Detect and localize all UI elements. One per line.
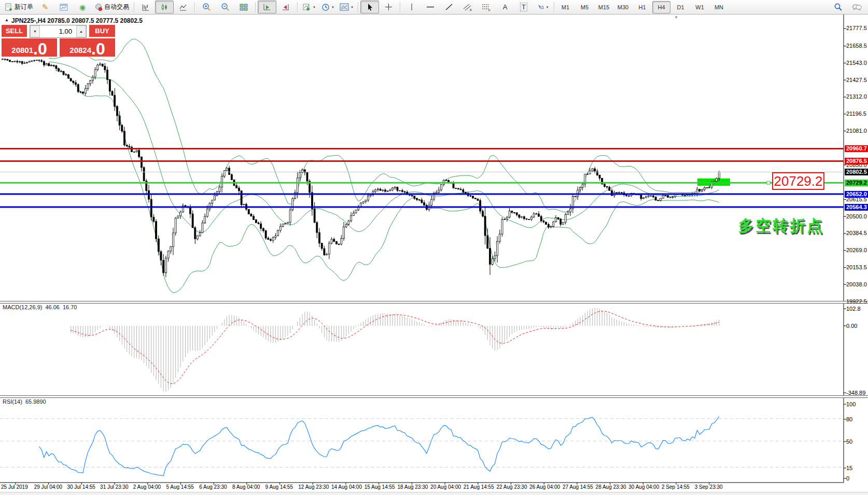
- zoom-out-button[interactable]: [216, 1, 234, 13]
- pane-separator[interactable]: [0, 301, 868, 304]
- timeframe-d1[interactable]: D1: [671, 1, 690, 13]
- signal-button[interactable]: ◉: [73, 1, 92, 13]
- chart-window-button[interactable]: [54, 1, 73, 13]
- toolbar-separator: [255, 2, 256, 12]
- volume-input[interactable]: 1.00: [40, 25, 76, 37]
- price-axis-label: 19922.5: [846, 298, 867, 305]
- text-tool[interactable]: A: [496, 1, 514, 13]
- price-axis-label: 20384.5: [846, 230, 867, 237]
- vertical-line-tool[interactable]: [402, 1, 421, 13]
- label-tool-label: T: [520, 3, 527, 11]
- channel-tool[interactable]: E: [458, 1, 477, 13]
- trendline-icon: [445, 3, 453, 11]
- zoom-out-icon: [221, 3, 230, 11]
- periods-dropdown[interactable]: ▾: [318, 1, 337, 13]
- rsi-axis-label: 100: [846, 401, 856, 408]
- volume-increase-button[interactable]: ▲: [76, 25, 86, 37]
- timeframe-w1[interactable]: W1: [691, 1, 709, 13]
- timeframe-mn[interactable]: MN: [710, 1, 728, 13]
- line-handle[interactable]: [767, 181, 770, 184]
- timeframe-m15[interactable]: M15: [595, 1, 613, 13]
- rsi-value: 65.9890: [25, 398, 46, 405]
- bar-chart-button[interactable]: [136, 1, 155, 13]
- autotrading-button[interactable]: 自动交易: [92, 1, 132, 13]
- timeframe-h1[interactable]: H1: [633, 1, 651, 13]
- date-axis-label: 3 Sep 23:30: [695, 484, 723, 490]
- date-axis-label: 30 Jul 14:55: [67, 484, 95, 490]
- date-axis-label: 5 Aug 14:55: [166, 484, 194, 490]
- crosshair-button[interactable]: [379, 1, 398, 13]
- date-axis-label: 31 Jul 23:30: [100, 484, 129, 490]
- price-axis-label: 21196.5: [846, 111, 866, 117]
- horizontal-line-tool[interactable]: [421, 1, 440, 13]
- tile-windows-button[interactable]: [234, 1, 253, 13]
- buy-button[interactable]: BUY: [89, 25, 115, 38]
- svg-text:E: E: [470, 8, 472, 11]
- chevron-down-icon: ▾: [332, 5, 334, 9]
- candlestick-chart-button[interactable]: [155, 1, 174, 13]
- symbol-ohlc-label: JPN225-,H4 20785.0 20807.5 20777.5 20802…: [11, 17, 143, 24]
- search-button[interactable]: [829, 1, 847, 13]
- indicators-dropdown[interactable]: ▾: [300, 1, 318, 13]
- timeframe-m30[interactable]: M30: [614, 1, 632, 13]
- rsi-series: [39, 417, 719, 476]
- styler-button[interactable]: ✎: [36, 1, 54, 13]
- volume-decrease-button[interactable]: ▼: [30, 25, 40, 37]
- toolbar-separator: [400, 2, 400, 12]
- crosshair-icon: [385, 3, 393, 11]
- pencil-icon: ✎: [42, 3, 49, 12]
- date-axis-label: 12 Aug 23:30: [298, 484, 329, 490]
- sell-price[interactable]: 20801.0: [2, 38, 57, 57]
- chat-button[interactable]: [847, 1, 866, 13]
- rsi-name: RSI(14): [3, 398, 22, 405]
- macd-axis-label: -348.89: [846, 390, 865, 396]
- chart-shift-button[interactable]: [276, 1, 295, 13]
- line-chart-button[interactable]: [174, 1, 192, 13]
- auto-scroll-button[interactable]: [258, 1, 276, 13]
- shapes-dropdown[interactable]: ▾: [533, 1, 552, 13]
- collapse-panel-icon[interactable]: ▲: [5, 18, 9, 22]
- timeframe-h4[interactable]: H4: [652, 1, 670, 13]
- fibonacci-tool[interactable]: F: [477, 1, 496, 13]
- macd-signal-value: 16.70: [63, 304, 77, 310]
- zoom-in-icon: [202, 3, 211, 11]
- auto-scroll-icon: [263, 3, 271, 11]
- date-axis-label: 21 Aug 14:55: [464, 484, 494, 490]
- date-axis-label: 18 Aug 23:30: [397, 484, 428, 490]
- timeframe-group: M1M5M15M30H1H4D1W1MN: [556, 1, 728, 13]
- templates-dropdown[interactable]: ▾: [337, 1, 356, 13]
- vertical-line-icon: [408, 3, 415, 11]
- rsi-axis-label: 80: [846, 416, 852, 423]
- price-axis-label: 21658.5: [846, 43, 867, 49]
- price-callout-label[interactable]: 20729.2: [772, 172, 824, 190]
- chevron-down-icon: ▾: [351, 5, 353, 9]
- timeframe-m5[interactable]: M5: [576, 1, 594, 13]
- text-label-tool[interactable]: T: [514, 1, 533, 13]
- trendline-tool[interactable]: [440, 1, 458, 13]
- zoom-in-button[interactable]: [197, 1, 216, 13]
- chart-region[interactable]: ▲ JPN225-,H4 20785.0 20807.5 20777.5 208…: [0, 15, 868, 495]
- bottom-strip: [0, 492, 868, 495]
- timeframe-m1[interactable]: M1: [556, 1, 575, 13]
- macd-series: [71, 308, 719, 392]
- macd-label: MACD(12,26,9)46.0616.70: [3, 304, 80, 310]
- annotation-text[interactable]: 多空转折点: [738, 215, 824, 237]
- chart-shift-icon: [282, 3, 290, 11]
- chart-window-icon: [60, 3, 68, 11]
- macd-axis-label: 0.00: [846, 323, 857, 329]
- one-click-trading-panel: SELL ▼ 1.00 ▲ BUY 20801.0 20824.0: [2, 25, 115, 57]
- price-level-badge: 20564.3: [845, 204, 868, 211]
- chart-shift-marker-icon[interactable]: ▼: [674, 15, 678, 20]
- rsi-axis-label: 0: [846, 475, 849, 482]
- pane-separator[interactable]: [0, 395, 868, 398]
- main-pane-series: [2, 39, 731, 293]
- new-order-button[interactable]: 新订单: [2, 1, 36, 13]
- cursor-button[interactable]: [360, 1, 379, 13]
- chat-icon: [852, 3, 862, 11]
- buy-price-pips: .0: [91, 42, 105, 56]
- new-order-icon: [5, 3, 13, 11]
- mt4-window: 新订单 ✎ ◉ 自动交易: [0, 0, 868, 495]
- search-icon: [834, 3, 843, 11]
- buy-price[interactable]: 20824.0: [60, 38, 115, 57]
- sell-button[interactable]: SELL: [2, 25, 27, 38]
